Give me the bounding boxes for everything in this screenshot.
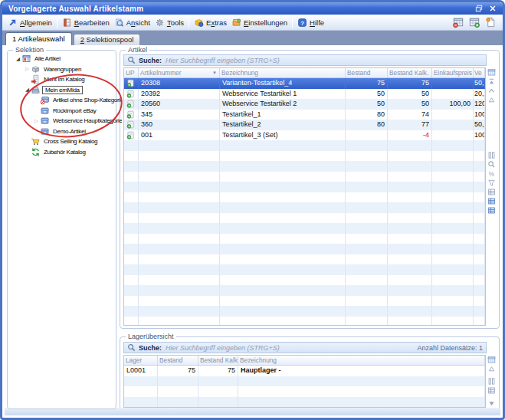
app-window: Vorgelagerte Auswahl Artikelstamm Allgem…	[0, 0, 505, 420]
menu-item-ansicht[interactable]: Ansicht	[112, 16, 152, 29]
cell: Webservice Testartikel 2	[220, 99, 346, 110]
tab-2[interactable]: 2 Selektionspool	[74, 34, 141, 45]
cell: 20560	[139, 99, 220, 110]
grid-view-icon[interactable]	[487, 386, 497, 395]
percent-tool-icon[interactable]: %	[487, 169, 497, 179]
article-item-icon	[124, 130, 139, 141]
column-header-einkaufspreis[interactable]: Einkaufspreis	[432, 68, 474, 77]
window-restore-button[interactable]	[473, 4, 484, 13]
column-header-bezeichnung[interactable]: Bezeichnung	[238, 356, 485, 365]
up-cell	[124, 234, 139, 244]
menu-item-allgemein[interactable]: Allgemein	[5, 16, 54, 29]
tree-item-label: Warengruppen	[42, 66, 83, 73]
menu-item-tools[interactable]: Tools	[152, 16, 186, 29]
cell	[432, 130, 474, 141]
column-header-bestand-kalk-[interactable]: Bestand Kalk.	[388, 68, 432, 77]
columns-tool-icon[interactable]	[487, 151, 497, 160]
window-close-button[interactable]	[487, 4, 498, 13]
column-header-label: Ve	[474, 69, 482, 77]
artikel-row[interactable]: 360Testartikel_2807750,	[124, 120, 485, 130]
tree-item-mein-emmida[interactable]: ◢Mein emMida	[8, 85, 122, 96]
cell	[388, 275, 432, 286]
column-chooser-icon[interactable]	[487, 355, 497, 364]
menu-item-einstellungen[interactable]: Einstellungen	[229, 16, 290, 29]
column-header-bestand[interactable]: Bestand	[346, 68, 388, 77]
scroll-up-icon[interactable]	[487, 364, 497, 373]
menu-item-extras[interactable]: Extras	[192, 16, 229, 29]
column-header-lager[interactable]: Lager	[124, 356, 158, 365]
tree-item-warengruppen[interactable]: ▷Warengruppen	[8, 64, 122, 75]
cell	[220, 254, 346, 265]
column-header-label: Bestand	[347, 69, 370, 77]
tab-1[interactable]: 1 Artikelauswahl	[5, 32, 72, 45]
artikel-row[interactable]: 20560Webservice Testartikel 25050100,001…	[124, 99, 485, 110]
selektion-panel: Selektion ◢Alle Artikel▷WarengruppenNich…	[7, 50, 116, 409]
lager-grid: LagerBestandBestand Kalk.Bezeichnung L00…	[123, 355, 486, 408]
cell	[346, 317, 388, 326]
lager-search-bar[interactable]: Suche: Hier Suchbegriff eingeben (STRG+S…	[123, 342, 487, 353]
cell: 50,	[474, 120, 485, 130]
cell	[346, 296, 388, 307]
cell: L0001	[124, 366, 158, 376]
selektion-tree: ◢Alle Artikel▷WarengruppenNicht im Katal…	[8, 54, 122, 407]
grid-view-active-icon[interactable]	[487, 197, 497, 206]
tree-item-nicht-im-katalog[interactable]: Nicht im Katalog	[8, 74, 122, 85]
artikel-row[interactable]: 20308Varianten-Testartikel_4757550,	[124, 78, 485, 89]
cell: 75	[158, 366, 198, 376]
cell	[220, 192, 346, 203]
artikel-row[interactable]: 345Testartikel_18074100	[124, 110, 485, 120]
lager-row[interactable]: L00017575Hauptlager -	[124, 366, 485, 376]
up-cell	[124, 296, 139, 307]
scroll-up-icon[interactable]	[487, 86, 497, 95]
menu-item-hilfe[interactable]: ?Hilfe	[295, 16, 326, 29]
tree-item-cross-selling-katalog[interactable]: Cross Selling Katalog	[8, 136, 122, 147]
grid-search-icon[interactable]	[487, 160, 497, 169]
tree-expander-icon[interactable]: ◢	[15, 56, 21, 62]
cell	[346, 140, 388, 151]
column-header-bezeichnung[interactable]: Bezeichnung	[220, 68, 346, 77]
tree-expander-icon[interactable]: ◢	[24, 87, 31, 93]
artikel-row[interactable]: 001Testartikel_3 (Set)-4100	[124, 130, 485, 141]
grid-view-icon[interactable]	[487, 188, 497, 197]
tree-item-label: Demo-Artikel	[51, 128, 87, 135]
tree-expander-icon[interactable]: ▷	[24, 66, 31, 72]
grid-view-active2-icon[interactable]	[487, 206, 497, 215]
cell	[474, 172, 485, 182]
cell	[346, 223, 388, 234]
cell	[220, 161, 346, 172]
tree-item-artikel-ohne-shop-kategorie[interactable]: Artikel ohne Shop-Kategorie	[8, 95, 122, 106]
column-header-artikelnummer[interactable]: Artikelnummer▼	[139, 68, 220, 77]
column-chooser-icon[interactable]	[487, 67, 497, 77]
column-header-ve[interactable]: Ve	[474, 68, 485, 77]
grid-add-green-icon[interactable]	[468, 16, 480, 28]
column-header-label: UP	[126, 69, 135, 77]
cell	[139, 161, 220, 172]
tree-item-demo-artikel[interactable]: Demo-Artikel	[8, 126, 122, 137]
tree-expander-icon[interactable]: ▷	[33, 118, 40, 124]
lager-panel: Lagerübersicht Suche: Hier Suchbegriff e…	[120, 336, 500, 410]
tree-item-webservice-hauptkategorie[interactable]: ▷Webservice Hauptkategorie	[8, 116, 122, 126]
column-header-up[interactable]: UP	[124, 68, 139, 77]
tree-item-r-ckimport-ebay[interactable]: Rückimport eBay	[8, 106, 122, 116]
column-header-bestand-kalk-[interactable]: Bestand Kalk.	[198, 356, 238, 365]
scroll-down-icon[interactable]	[487, 399, 497, 408]
grid-export-red-icon[interactable]	[452, 16, 464, 28]
filter-tool-icon[interactable]	[487, 179, 497, 188]
tree-item-alle-artikel[interactable]: ◢Alle Artikel	[8, 54, 122, 64]
artikel-search-bar[interactable]: Suche: Hier Suchbegriff eingeben (STRG+S…	[123, 54, 487, 66]
tree-item-zubeh-r-katalog[interactable]: Zubehör Katalog	[8, 147, 122, 158]
menu-item-bearbeiten[interactable]: Bearbeiten	[60, 16, 112, 29]
column-header-label: Bestand Kalk.	[200, 356, 238, 364]
new-document-icon[interactable]	[484, 16, 497, 28]
cell	[346, 172, 388, 182]
artikel-row[interactable]: 20392Webservice Testartikel 1505020,	[124, 89, 485, 100]
scroll-prev-icon[interactable]	[487, 95, 497, 104]
cell	[388, 234, 432, 244]
column-header-bestand[interactable]: Bestand	[158, 356, 198, 365]
title-bar[interactable]: Vorgelagerte Auswahl Artikelstamm	[2, 2, 503, 15]
columns-tool-icon[interactable]	[487, 377, 497, 386]
package-icon	[31, 64, 41, 74]
scroll-top-icon[interactable]	[487, 77, 497, 86]
up-cell	[124, 213, 139, 224]
cell	[139, 223, 220, 234]
